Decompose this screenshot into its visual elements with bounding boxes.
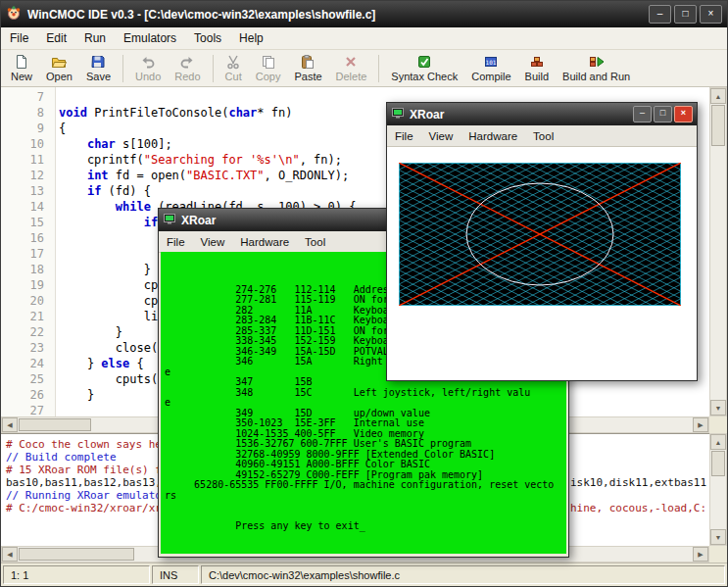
scroll-right-arrow[interactable]: ▶ (693, 547, 708, 562)
menu-item-file[interactable]: File (387, 128, 421, 144)
cursor-position: 1: 1 (3, 565, 150, 584)
redo-icon (179, 54, 195, 70)
scroll-down-arrow[interactable]: ▼ (710, 400, 726, 416)
code-text (55, 403, 59, 416)
scroll-up-arrow[interactable]: ▲ (710, 88, 726, 104)
menu-item-edit[interactable]: Edit (37, 28, 75, 48)
string-art-graphics (399, 163, 681, 306)
copy-icon (261, 54, 276, 70)
line-number: 19 (1, 277, 55, 293)
build-button[interactable]: Build (518, 53, 556, 83)
code-text: char s[100]; (55, 136, 172, 152)
scroll-down-arrow[interactable]: ▼ (710, 529, 726, 545)
window-title: WinCMOC IDE v0.3 - [C:\dev\cmoc-win32\ex… (27, 8, 375, 22)
scrollbar-thumb[interactable] (711, 105, 725, 146)
delete-icon (343, 54, 359, 70)
emulator-graphics-screen (399, 163, 681, 306)
compile-label: Compile (471, 71, 510, 82)
xroar-window-title: XRoar (410, 108, 444, 122)
undo-label: Undo (135, 71, 161, 82)
xroar-graphics-window[interactable]: XRoar – □ × FileViewHardwareTool (386, 102, 698, 381)
build-and-run-button[interactable]: Build and Run (556, 53, 637, 83)
open-button[interactable]: Open (39, 53, 79, 83)
line-number: 23 (1, 340, 55, 356)
open-label: Open (46, 71, 73, 82)
redo-button: Redo (168, 53, 207, 83)
scroll-left-arrow[interactable]: ◀ (2, 547, 18, 562)
minimize-button[interactable]: – (649, 5, 671, 24)
menu-item-tool[interactable]: Tool (525, 128, 561, 144)
toolbar: NewOpenSaveUndoRedoCutCopyPasteDeleteSyn… (1, 50, 727, 87)
line-number: 20 (1, 293, 55, 309)
undo-button: Undo (128, 53, 168, 83)
toolbar-separator (213, 55, 214, 82)
new-button[interactable]: New (4, 53, 39, 83)
insert-mode-indicator: INS (152, 565, 199, 584)
line-number: 9 (1, 121, 55, 136)
console-text: # C:/cmoc-win32/xroar/xr (6, 502, 162, 514)
xroar-titlebar[interactable]: XRoar – □ × (387, 103, 697, 125)
save-button[interactable]: Save (79, 53, 118, 83)
code-text: } (55, 262, 151, 277)
close-button[interactable]: × (674, 106, 693, 122)
scroll-right-arrow[interactable]: ▶ (693, 417, 708, 432)
line-number: 10 (1, 136, 55, 152)
scrollbar-thumb[interactable] (19, 548, 134, 561)
toolbar-separator (122, 55, 123, 82)
paste-button[interactable]: Paste (287, 53, 328, 83)
line-number: 24 (1, 356, 55, 371)
minimize-button[interactable]: – (633, 106, 652, 122)
copy-button: Copy (249, 53, 288, 83)
menu-item-tools[interactable]: Tools (185, 28, 230, 48)
syntax-check-button[interactable]: Syntax Check (384, 53, 464, 83)
maximize-button[interactable]: □ (674, 5, 697, 24)
menu-item-view[interactable]: View (193, 234, 233, 250)
close-button[interactable]: × (700, 5, 722, 24)
menu-item-run[interactable]: Run (75, 28, 115, 48)
menu-item-hardware[interactable]: Hardware (461, 128, 525, 144)
menu-item-help[interactable]: Help (230, 28, 272, 48)
build-run-icon (589, 54, 605, 70)
line-number: 7 (1, 89, 55, 105)
editor-vertical-scrollbar[interactable]: ▲ ▼ (709, 87, 727, 416)
scroll-up-arrow[interactable]: ▲ (710, 434, 726, 450)
wincmoc-ide-window: WinCMOC IDE v0.3 - [C:\dev\cmoc-win32\ex… (0, 0, 728, 587)
compile-button[interactable]: 101Compile (464, 53, 517, 83)
delete-button: Delete (329, 53, 374, 83)
menu-item-tool[interactable]: Tool (297, 234, 333, 250)
console-vertical-scrollbar[interactable]: ▲ ▼ (709, 433, 727, 546)
statusbar: 1: 1 INS C:\dev\cmoc-win32\examples\show… (1, 563, 727, 586)
line-number: 13 (1, 183, 55, 199)
file-path: C:\dev\cmoc-win32\examples\showfile.c (201, 565, 725, 584)
xroar-app-icon (391, 106, 405, 123)
scrollbar-thumb[interactable] (711, 451, 725, 476)
scroll-left-arrow[interactable]: ◀ (2, 417, 18, 432)
scrollbar-corner (709, 546, 727, 563)
menu-item-emulators[interactable]: Emulators (115, 28, 185, 48)
titlebar[interactable]: WinCMOC IDE v0.3 - [C:\dev\cmoc-win32\ex… (1, 1, 727, 27)
menu-item-hardware[interactable]: Hardware (232, 234, 297, 250)
menu-item-file[interactable]: File (159, 234, 193, 250)
console-text: # 15 XRoar ROM file(s) f (6, 464, 162, 476)
svg-text:101: 101 (486, 59, 497, 66)
save-floppy-icon (90, 54, 106, 70)
line-number: 11 (1, 152, 55, 168)
line-number: 26 (1, 387, 55, 403)
code-text: } (55, 324, 122, 340)
menu-item-file[interactable]: File (1, 28, 37, 48)
line-number: 15 (1, 215, 55, 230)
menu-item-view[interactable]: View (421, 128, 461, 144)
paste-label: Paste (294, 71, 321, 82)
code-text: } else { (55, 356, 144, 371)
paste-icon (300, 54, 315, 70)
scrollbar-thumb[interactable] (19, 418, 91, 431)
line-number: 25 (1, 371, 55, 387)
syntax-check-label: Syntax Check (391, 71, 458, 82)
cut-button: Cut (218, 53, 249, 83)
compile-icon: 101 (483, 54, 499, 70)
line-number: 17 (1, 246, 55, 262)
console-text-continuation: hine, cocous,-load,C: (570, 502, 706, 514)
cut-icon (225, 54, 241, 70)
redo-label: Redo (174, 71, 200, 82)
maximize-button[interactable]: □ (654, 106, 672, 122)
